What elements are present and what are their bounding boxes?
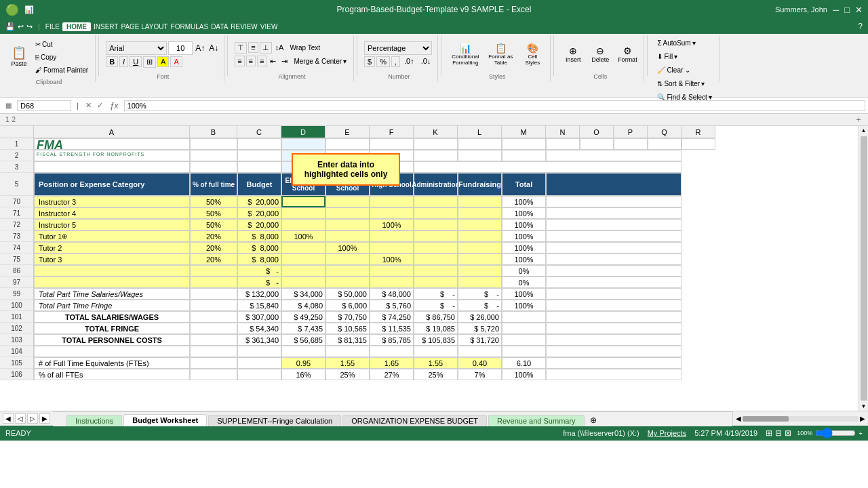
cell-l105[interactable]: 0.40 [458, 357, 502, 369]
cell-nop97[interactable] [546, 277, 682, 288]
cell-m1[interactable] [502, 138, 546, 150]
text-direction-btn[interactable]: ↕A [273, 43, 286, 52]
italic-btn[interactable]: I [119, 56, 128, 67]
cell-f99[interactable]: $ 48,000 [370, 288, 414, 300]
cell-l99[interactable]: $ - [458, 288, 502, 300]
cell-m102[interactable] [502, 323, 546, 334]
cell-reference-input[interactable] [17, 100, 71, 111]
col-header-b[interactable]: B [190, 126, 237, 138]
hscroll-right-btn[interactable]: ▶ [860, 415, 865, 422]
close-btn[interactable]: ✕ [855, 5, 863, 15]
col-header-a[interactable]: A [34, 126, 190, 138]
insert-cells-btn[interactable]: ⊕ Insert [561, 37, 585, 71]
cell-l106[interactable]: 7% [458, 369, 502, 380]
redo-btn[interactable]: ↪ [26, 22, 33, 31]
cell-c103[interactable]: $ 361,340 [237, 334, 281, 346]
cell-c101[interactable]: $ 307,000 [237, 311, 281, 323]
cell-d86[interactable] [281, 265, 326, 277]
cell-c105[interactable] [237, 357, 281, 369]
cell-k1[interactable] [414, 138, 458, 150]
cancel-formula-btn[interactable]: ✕ [84, 101, 93, 110]
cell-f103[interactable]: $ 85,785 [370, 334, 414, 346]
cell-q1[interactable] [648, 138, 682, 150]
cell-f3[interactable] [370, 161, 414, 173]
cell-c3[interactable] [237, 161, 281, 173]
col-header-k[interactable]: K [414, 126, 458, 138]
outline-level-2[interactable]: 2 [12, 116, 16, 123]
cell-l100[interactable]: $ - [458, 300, 502, 311]
cell-k75[interactable] [414, 253, 458, 265]
cell-nop100[interactable] [546, 300, 682, 311]
col-header-r[interactable]: R [682, 126, 715, 138]
cell-b97[interactable] [190, 277, 237, 288]
cell-nop2[interactable] [546, 150, 682, 161]
cell-e72[interactable] [326, 219, 370, 230]
tab-prev-btn[interactable]: ◀ [3, 413, 14, 424]
tab-budget-worksheet[interactable]: Budget Worksheet [123, 414, 207, 426]
cell-b105[interactable] [190, 357, 237, 369]
cell-c1[interactable] [237, 138, 281, 150]
align-bottom-btn[interactable]: ⊥ [260, 42, 272, 54]
cell-m72[interactable]: 100% [502, 219, 546, 230]
cell-b73[interactable]: 20% [190, 230, 237, 242]
cell-nop102[interactable] [546, 323, 682, 334]
cell-c74[interactable]: $ 8,000 [237, 242, 281, 253]
cell-f101[interactable]: $ 74,250 [370, 311, 414, 323]
cell-c71[interactable]: $ 20,000 [237, 207, 281, 219]
cell-klmno3[interactable] [414, 161, 682, 173]
merge-center-btn[interactable]: Merge & Center▾ [291, 55, 349, 67]
cell-f106[interactable]: 27% [370, 369, 414, 380]
tab-first-btn[interactable]: ◁ [15, 413, 26, 424]
page-layout-menu[interactable]: PAGE LAYOUT [121, 23, 167, 30]
tab-instructions[interactable]: Instructions [66, 415, 122, 426]
cell-n1[interactable] [546, 138, 580, 150]
cell-f1[interactable] [370, 138, 414, 150]
cell-nop75[interactable] [546, 253, 682, 265]
cell-m74[interactable]: 100% [502, 242, 546, 253]
cell-b71[interactable]: 50% [190, 207, 237, 219]
cell-a102[interactable]: TOTAL FRINGE [34, 323, 190, 334]
cell-d105[interactable]: 0.95 [281, 357, 326, 369]
number-format-select[interactable]: Percentage [364, 41, 432, 55]
cell-e2[interactable] [326, 150, 370, 161]
cell-e100[interactable]: $ 6,000 [326, 300, 370, 311]
cell-e75[interactable] [326, 253, 370, 265]
cell-c97[interactable]: $ - [237, 277, 281, 288]
hscroll-track[interactable] [743, 416, 859, 422]
cell-m97[interactable]: 0% [502, 277, 546, 288]
cell-f102[interactable]: $ 11,535 [370, 323, 414, 334]
cell-b72[interactable]: 50% [190, 219, 237, 230]
scroll-up-btn[interactable]: ▲ [860, 126, 868, 135]
cell-l2[interactable] [458, 150, 502, 161]
cell-nop74[interactable] [546, 242, 682, 253]
cell-a99[interactable]: Total Part Time Salaries/Wages [34, 288, 190, 300]
cell-l86[interactable] [458, 265, 502, 277]
cell-c5-header[interactable]: Budget [237, 173, 281, 196]
cell-c2[interactable] [237, 150, 281, 161]
cell-b2[interactable] [190, 150, 237, 161]
cell-k104[interactable] [414, 346, 458, 357]
cell-f104[interactable] [370, 346, 414, 357]
cell-e70[interactable] [326, 196, 370, 207]
cell-a106[interactable]: % of all FTEs [34, 369, 190, 380]
undo-btn[interactable]: ↩ [18, 22, 24, 31]
cell-m106[interactable]: 100% [502, 369, 546, 380]
font-size-input[interactable] [168, 41, 193, 55]
cell-nop105[interactable] [546, 357, 682, 369]
copy-button[interactable]: ⎘Copy [33, 51, 91, 63]
cell-d104[interactable] [281, 346, 326, 357]
cell-l104[interactable] [458, 346, 502, 357]
cell-k105[interactable]: 1.55 [414, 357, 458, 369]
cell-d102[interactable]: $ 7,435 [281, 323, 326, 334]
cell-f97[interactable] [370, 277, 414, 288]
align-middle-btn[interactable]: ≡ [248, 42, 258, 53]
cell-m75[interactable]: 100% [502, 253, 546, 265]
cell-nop99[interactable] [546, 288, 682, 300]
conditional-formatting-btn[interactable]: 📊 Conditional Formatting [448, 37, 482, 71]
cell-e99[interactable]: $ 50,000 [326, 288, 370, 300]
align-right-btn[interactable]: ≡ [257, 56, 267, 66]
cell-k73[interactable] [414, 230, 458, 242]
cell-a75[interactable]: Tutor 3 [34, 253, 190, 265]
decimal-increase-btn[interactable]: .0↑ [401, 56, 417, 67]
cell-k5-header[interactable]: Administration [414, 173, 458, 196]
